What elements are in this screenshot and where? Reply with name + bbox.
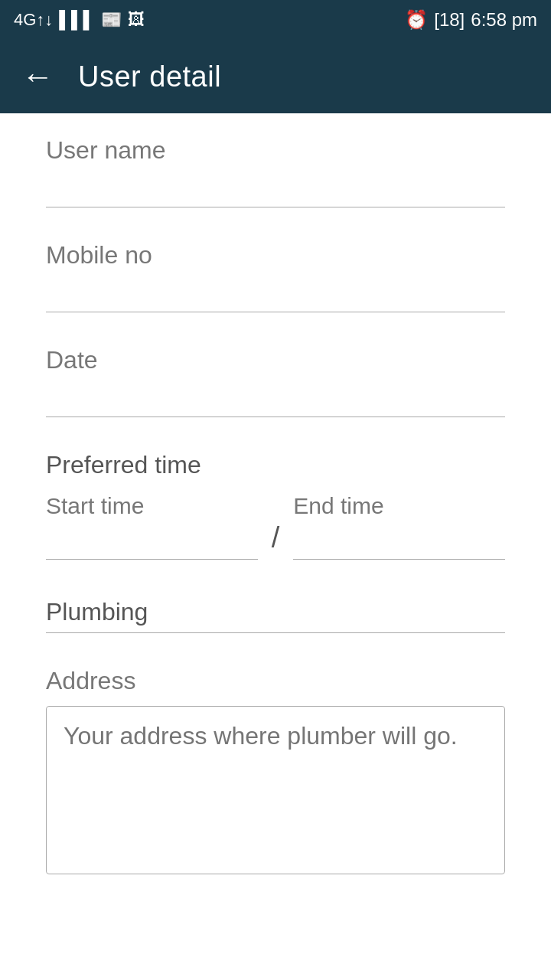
status-left: 4G↑↓ ▌▌▌ 📰 🖼 bbox=[14, 10, 145, 30]
date-group: Date bbox=[46, 346, 505, 417]
end-time-label: End time bbox=[293, 493, 505, 519]
whatsapp-icon: 📰 bbox=[101, 10, 122, 30]
status-bar: 4G↑↓ ▌▌▌ 📰 🖼 ⏰ [18] 6:58 pm bbox=[0, 0, 551, 40]
image-icon: 🖼 bbox=[128, 10, 145, 30]
end-time-input[interactable] bbox=[293, 522, 505, 560]
alarm-icon: ⏰ bbox=[405, 9, 428, 31]
start-time-input[interactable] bbox=[46, 522, 258, 560]
signal-icon: 4G↑↓ bbox=[14, 10, 53, 30]
mobile-no-input[interactable] bbox=[46, 273, 505, 312]
app-bar: ← User detail bbox=[0, 40, 551, 113]
preferred-time-label: Preferred time bbox=[46, 451, 505, 479]
end-time-field: End time bbox=[293, 493, 505, 560]
address-group: Address bbox=[46, 667, 505, 877]
form-content: User name Mobile no Date Preferred time … bbox=[0, 113, 551, 957]
status-right: ⏰ [18] 6:58 pm bbox=[405, 9, 537, 31]
back-button[interactable]: ← bbox=[21, 60, 54, 93]
user-name-input[interactable] bbox=[46, 168, 505, 207]
start-time-field: Start time bbox=[46, 493, 258, 560]
time-row: Start time / End time bbox=[46, 493, 505, 560]
signal-bars: ▌▌▌ bbox=[59, 10, 95, 30]
page-title: User detail bbox=[78, 60, 221, 93]
service-group bbox=[46, 593, 505, 633]
date-label: Date bbox=[46, 346, 505, 374]
service-input[interactable] bbox=[46, 593, 505, 633]
clock: 6:58 pm bbox=[471, 9, 537, 31]
user-name-label: User name bbox=[46, 136, 505, 165]
mobile-no-label: Mobile no bbox=[46, 241, 505, 270]
time-separator: / bbox=[258, 523, 294, 560]
date-input[interactable] bbox=[46, 377, 505, 417]
address-input[interactable] bbox=[46, 706, 505, 874]
user-name-group: User name bbox=[46, 136, 505, 207]
address-label: Address bbox=[46, 667, 505, 695]
preferred-time-group: Preferred time Start time / End time bbox=[46, 451, 505, 560]
mobile-no-group: Mobile no bbox=[46, 241, 505, 312]
battery-icon: [18] bbox=[434, 9, 465, 31]
start-time-label: Start time bbox=[46, 493, 258, 519]
